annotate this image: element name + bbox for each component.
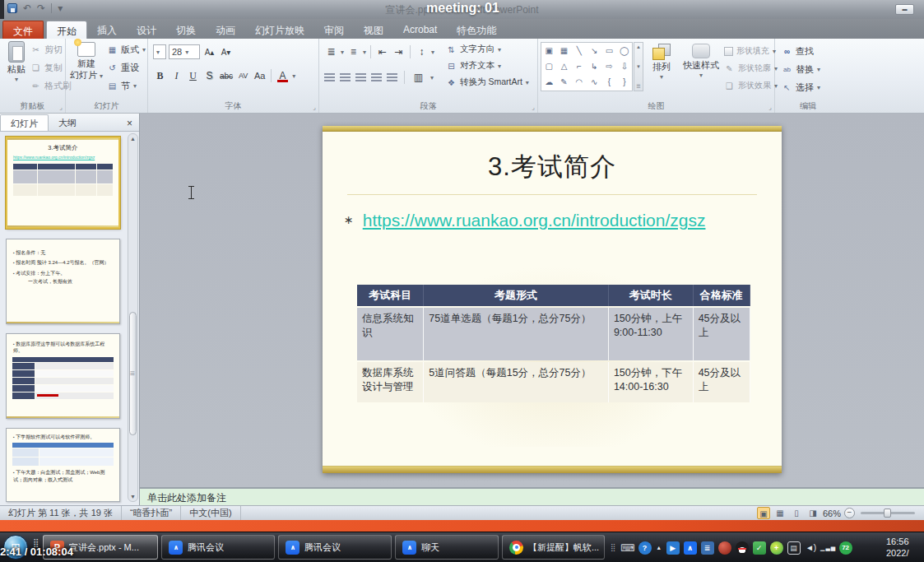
table-header-cell[interactable]: 合格标准 (694, 285, 750, 306)
table-cell[interactable]: 75道单选题（每题1分，总分75分） (424, 308, 609, 360)
shape-icon[interactable]: ▭ (606, 47, 613, 55)
panel-tab-outline[interactable]: 大纲 (49, 114, 86, 131)
slide-thumbnail[interactable]: 下学期软件测试可以考软件评测师。 下午大题：白盒测试；黑盒测试；Web测试；面向… (6, 428, 120, 502)
decrease-indent-button[interactable]: ⇤ (375, 44, 389, 59)
shape-icon[interactable]: { (608, 78, 611, 86)
table-cell[interactable]: 45分及以上 (694, 362, 750, 402)
tab-insert[interactable]: 插入 (87, 21, 127, 39)
table-cell[interactable]: 150分钟，下午14:00-16:30 (609, 362, 694, 402)
increase-indent-button[interactable]: ⇥ (392, 44, 406, 59)
paste-button[interactable]: 粘贴 ▾ (3, 41, 30, 84)
shape-icon[interactable]: ∿ (591, 78, 597, 86)
show-hidden-icons-icon[interactable]: ▲ (656, 541, 662, 555)
strikethrough-button[interactable]: abc (219, 68, 234, 83)
columns-button[interactable]: ▥ (411, 70, 425, 85)
shape-icon[interactable]: ◯ (620, 47, 629, 55)
shape-icon[interactable]: ⇨ (606, 63, 612, 71)
table-cell[interactable]: 数据库系统设计与管理 (357, 362, 424, 402)
panel-scrollbar[interactable]: ▲ ☰ ▼ (128, 133, 138, 502)
grow-font-button[interactable]: A▴ (202, 44, 216, 59)
change-case-button[interactable]: Aa (253, 68, 267, 83)
font-color-button[interactable]: A (276, 68, 290, 83)
dialog-launcher-icon[interactable]: ⌟ (768, 104, 772, 111)
tray-drag-handle-icon[interactable]: ⣿ (611, 544, 616, 551)
scroll-down-icon[interactable]: ▼ (636, 64, 641, 69)
shape-fill-button[interactable]: 形状填充▾ (724, 45, 778, 57)
shape-icon[interactable]: ▣ (545, 47, 552, 55)
slide-sorter-view-button[interactable]: ▦ (773, 507, 787, 519)
document-tray-icon[interactable]: ≣ (701, 541, 714, 555)
dialog-launcher-icon[interactable]: ⌟ (532, 104, 535, 111)
dialog-launcher-icon[interactable]: ⌟ (59, 104, 63, 111)
table-header-cell[interactable]: 考试时长 (609, 285, 694, 306)
health-plus-icon[interactable]: + (770, 541, 783, 555)
tab-special-features[interactable]: 特色功能 (447, 21, 506, 39)
scroll-up-icon[interactable]: ▲ (128, 136, 137, 142)
taskbar-button-tencent-meeting-2[interactable]: ∧ 腾讯会议 (278, 535, 392, 560)
help-icon[interactable]: ? (638, 541, 652, 555)
layout-button[interactable]: ▦版式▾ (107, 44, 146, 56)
table-cell[interactable]: 150分钟，上午9:00-11:30 (609, 308, 694, 360)
align-text-button[interactable]: ⊟对齐文本▾ (446, 60, 529, 72)
align-right-button[interactable] (355, 73, 366, 82)
shape-icon[interactable]: ↳ (591, 63, 597, 71)
replace-button[interactable]: ab替换▾ (782, 63, 820, 76)
shape-icon[interactable]: ☁ (545, 78, 553, 86)
reset-button[interactable]: ↺重设 (107, 62, 146, 74)
align-center-button[interactable] (340, 73, 351, 82)
panel-close-icon[interactable]: × (120, 116, 139, 131)
security-shield-icon[interactable]: ✓ (753, 541, 766, 555)
distribute-button[interactable] (387, 73, 397, 82)
normal-view-button[interactable]: ▣ (757, 507, 770, 519)
shape-icon[interactable]: ▦ (560, 47, 568, 55)
shrink-font-button[interactable]: A▾ (219, 44, 233, 59)
zoom-level[interactable]: 66% (823, 509, 841, 518)
align-left-button[interactable] (324, 73, 335, 82)
clipboard-tray-icon[interactable]: ▤ (787, 541, 801, 555)
table-header-cell[interactable]: 考题形式 (424, 285, 609, 306)
volume-icon[interactable]: ◄) (805, 541, 818, 555)
font-size-combo[interactable]: 28▾ (169, 44, 200, 59)
tab-view[interactable]: 视图 (354, 21, 393, 39)
table-cell[interactable]: 45分及以上 (694, 308, 750, 360)
network-signal-icon[interactable]: ▁▃▅ (822, 541, 835, 555)
shape-icon[interactable]: ⇩ (621, 63, 628, 71)
dialog-launcher-icon[interactable]: ⌟ (313, 104, 316, 111)
gallery-more-icon[interactable]: ☰ (636, 83, 640, 89)
slide-hyperlink[interactable]: https://www.ruankao.org.cn/introduction/… (363, 207, 758, 234)
text-direction-button[interactable]: ⇅文字方向▾ (446, 44, 529, 55)
line-spacing-button[interactable]: ↕ (415, 44, 429, 59)
table-cell[interactable]: 信息系统知识 (357, 308, 424, 360)
scrollbar-thumb[interactable]: ☰ (129, 312, 137, 435)
reading-view-button[interactable]: ▯ (790, 507, 803, 519)
shape-icon[interactable]: △ (561, 63, 568, 71)
italic-button[interactable]: I (169, 68, 183, 83)
tencent-meeting-tray-icon[interactable]: ∧ (684, 541, 697, 555)
tab-slideshow[interactable]: 幻灯片放映 (245, 21, 314, 39)
tab-transitions[interactable]: 切换 (166, 21, 206, 39)
notes-pane[interactable]: 单击此处添加备注 (140, 487, 924, 505)
zoom-slider[interactable] (861, 512, 915, 514)
panel-tab-slides[interactable]: 幻灯片 (0, 114, 49, 131)
tab-home[interactable]: 开始 (46, 21, 87, 39)
zoom-slider-thumb[interactable] (884, 509, 891, 518)
shape-icon[interactable]: ✎ (560, 78, 567, 86)
find-button[interactable]: ∞查找 (782, 45, 820, 58)
shape-icon[interactable]: } (623, 78, 625, 86)
taskbar-button-chrome[interactable]: 【新提醒】帆软... (502, 535, 605, 560)
taskbar-button-tencent-meeting-1[interactable]: ∧ 腾讯会议 (161, 535, 275, 560)
taskbar-button-chat[interactable]: ∧ 聊天 (395, 535, 499, 560)
keyboard-icon[interactable]: ⌨ (621, 541, 634, 555)
exam-table[interactable]: 考试科目 考题形式 考试时长 合格标准 信息系统知识 75道单选题（每题1分，总… (357, 285, 750, 404)
character-spacing-button[interactable]: AV (236, 68, 250, 83)
media-player-icon[interactable]: ▶ (666, 541, 680, 555)
shape-icon[interactable]: ╲ (577, 47, 582, 55)
bullets-button[interactable]: ≣ (324, 44, 338, 59)
scroll-down-icon[interactable]: ▼ (128, 494, 137, 499)
numbering-button[interactable]: ≡ (346, 44, 360, 59)
qq-icon[interactable] (736, 541, 749, 555)
battery-badge[interactable]: 72 (839, 541, 852, 555)
slide-title[interactable]: 3.考试简介 (323, 150, 782, 184)
tab-review[interactable]: 审阅 (314, 21, 354, 39)
zoom-out-button[interactable]: − (844, 508, 855, 518)
